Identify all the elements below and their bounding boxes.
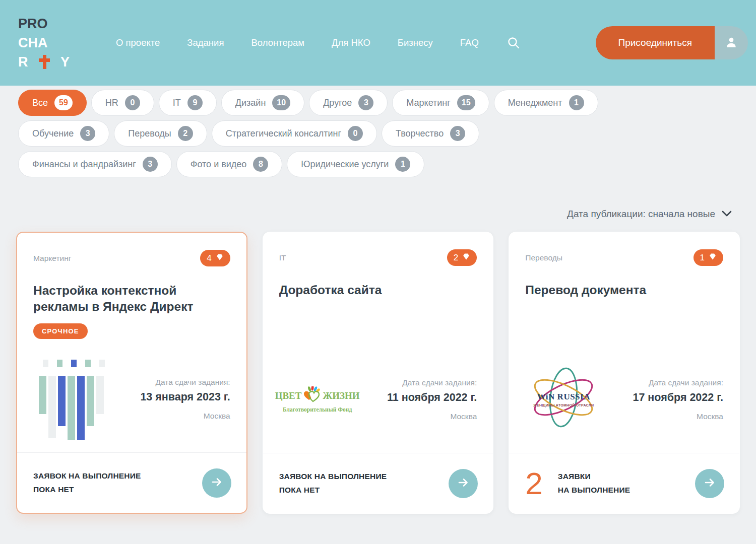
task-card-translation[interactable]: Переводы 1 Перевод документа (509, 232, 740, 514)
chip-label: Менеджмент (508, 98, 562, 108)
chip-label: Все (32, 98, 48, 108)
filter-chip-photo-video[interactable]: Фото и видео 8 (176, 151, 283, 177)
filter-chip-it[interactable]: IT 9 (159, 90, 217, 116)
applications-line1: ЗАЯВОК НА ВЫПОЛНЕНИЕ (279, 470, 387, 483)
card-category-row: IT 2 (279, 249, 477, 266)
heart-icon (303, 386, 321, 405)
favorites-badge[interactable]: 2 (447, 249, 477, 266)
chip-label: IT (173, 98, 181, 108)
filter-chip-strategic-consulting[interactable]: Стратегический консалтинг 0 (212, 120, 377, 147)
category-filters: Все 59 HR 0 IT 9 Дизайн 10 Другое 3 Марк… (16, 90, 740, 177)
card-footer: ЗАЯВОК НА ВЫПОЛНЕНИЕ ПОКА НЕТ (263, 453, 493, 513)
applications-line2: ПОКА НЕТ (33, 483, 141, 496)
diamond-icon (216, 253, 224, 263)
nav-business[interactable]: Бизнесу (398, 37, 433, 48)
chip-count: 1 (395, 157, 410, 172)
logo-row-2: CHA (18, 33, 70, 52)
card-meta: Дата сдачи задания: 11 ноября 2022 г. Мо… (387, 378, 477, 421)
open-task-button[interactable] (449, 469, 478, 498)
applications-count: 2 (525, 468, 542, 499)
applications-line2: НА ВЫПОЛНЕНИЕ (558, 484, 631, 497)
favorites-count: 2 (454, 253, 458, 263)
card-category-row: Переводы 1 (525, 249, 723, 266)
chip-label: Обучение (32, 128, 74, 139)
date-label: Дата сдачи задания: (633, 378, 723, 387)
chip-count: 3 (450, 126, 465, 141)
chip-label: Стратегический консалтинг (226, 128, 341, 139)
chip-count: 2 (178, 126, 193, 141)
diamond-icon (462, 253, 470, 263)
org-logo-word2: ЖИЗНИ (323, 390, 359, 401)
urgent-badge: СРОЧНОЕ (33, 323, 88, 339)
filter-chip-marketing[interactable]: Маркетинг 15 (392, 90, 489, 116)
card-meta: Дата сдачи задания: 17 ноября 2022 г. Мо… (633, 378, 723, 421)
applications-status: ЗАЯВКИ НА ВЫПОЛНЕНИЕ (558, 470, 631, 497)
nav-about[interactable]: О проекте (116, 37, 160, 48)
chip-label: Маркетинг (406, 98, 451, 108)
card-media-row: Дата сдачи задания: 13 января 2023 г. Мо… (33, 356, 230, 442)
chip-label: HR (105, 98, 118, 108)
filter-chip-design[interactable]: Дизайн 10 (221, 90, 304, 116)
due-date: 13 января 2023 г. (140, 391, 230, 403)
filter-chip-hr[interactable]: HR 0 (91, 90, 154, 116)
card-category-row: Маркетинг 4 (33, 250, 230, 266)
chip-count: 15 (457, 95, 475, 110)
join-group: Присоединиться (596, 26, 748, 59)
search-icon[interactable] (507, 36, 520, 49)
task-cards: Маркетинг 4 Настройка контекстной реклам… (16, 232, 740, 514)
chip-count: 3 (80, 126, 95, 141)
org-logo-win-russia: WiN RUSSIA ЖЕНЩИНЫ АТОМНОЙ ОТРАСЛИ (525, 364, 602, 435)
card-category: Переводы (525, 253, 562, 262)
logo-letter-r: R (18, 52, 28, 72)
filter-chip-creativity[interactable]: Творчество 3 (382, 120, 479, 147)
chip-count: 9 (187, 95, 203, 110)
task-card-it[interactable]: IT 2 Доработка сайта ЦВЕТ (263, 232, 494, 514)
filter-row-2: Обучение 3 Переводы 2 Стратегический кон… (16, 120, 740, 147)
nav-tasks[interactable]: Задания (187, 37, 224, 48)
card-body: Маркетинг 4 Настройка контекстной реклам… (17, 233, 246, 452)
favorites-badge[interactable]: 1 (694, 249, 723, 266)
filter-chip-management[interactable]: Менеджмент 1 (494, 90, 598, 116)
join-button[interactable]: Присоединиться (596, 26, 715, 59)
open-task-button[interactable] (202, 468, 231, 498)
chip-count: 0 (348, 126, 363, 141)
logo[interactable]: PRO CHA R Y (18, 14, 70, 72)
arrow-right-icon (704, 477, 716, 490)
filter-chip-translations[interactable]: Переводы 2 (114, 120, 207, 147)
task-card-marketing[interactable]: Маркетинг 4 Настройка контекстной реклам… (16, 232, 247, 514)
city: Москва (633, 412, 723, 421)
card-category: Маркетинг (33, 254, 71, 263)
date-label: Дата сдачи задания: (387, 378, 477, 387)
filter-row-3: Финансы и фандрайзинг 3 Фото и видео 8 Ю… (16, 151, 740, 177)
chevron-down-icon (722, 209, 732, 220)
filter-row-1: Все 59 HR 0 IT 9 Дизайн 10 Другое 3 Марк… (16, 90, 740, 116)
chip-label: Фото и видео (191, 159, 247, 170)
nav-nko[interactable]: Для НКО (332, 37, 370, 48)
org-logo-subtitle: Благотворительный Фонд (283, 406, 352, 413)
arrow-right-icon (457, 477, 469, 490)
account-button[interactable] (715, 26, 748, 59)
card-media-row: WiN RUSSIA ЖЕНЩИНЫ АТОМНОЙ ОТРАСЛИ Дата … (525, 356, 723, 443)
favorites-count: 1 (700, 253, 705, 263)
chip-count: 3 (143, 157, 158, 172)
logo-row-1: PRO (18, 14, 70, 33)
nav-volunteers[interactable]: Волонтерам (251, 37, 304, 48)
main-content: Все 59 HR 0 IT 9 Дизайн 10 Другое 3 Марк… (0, 90, 756, 514)
filter-chip-legal[interactable]: Юридические услуги 1 (287, 151, 424, 177)
card-title: Доработка сайта (279, 282, 476, 298)
filter-chip-finance[interactable]: Финансы и фандрайзинг 3 (18, 151, 172, 177)
filter-chip-education[interactable]: Обучение 3 (18, 120, 109, 147)
filter-chip-all[interactable]: Все 59 (18, 90, 87, 116)
filter-chip-other[interactable]: Другое 3 (309, 90, 388, 116)
chip-count: 10 (272, 95, 290, 110)
nav-faq[interactable]: FAQ (460, 37, 479, 48)
applications-status: ЗАЯВОК НА ВЫПОЛНЕНИЕ ПОКА НЕТ (279, 470, 387, 497)
favorites-badge[interactable]: 4 (200, 250, 230, 266)
org-logo-subtitle: ЖЕНЩИНЫ АТОМНОЙ ОТРАСЛИ (533, 403, 594, 407)
chip-count: 0 (125, 95, 140, 110)
card-title: Настройка контекстной рекламы в Яндекс Д… (33, 283, 230, 315)
open-task-button[interactable] (695, 469, 724, 498)
chip-count: 8 (253, 157, 268, 172)
city: Москва (140, 412, 230, 421)
sort-dropdown[interactable]: Дата публикации: сначала новые (16, 209, 732, 220)
